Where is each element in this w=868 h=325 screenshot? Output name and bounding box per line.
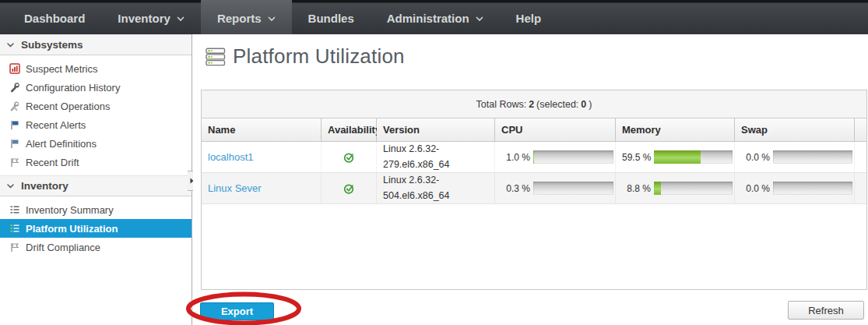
memory-value: 59.5 % (622, 152, 651, 163)
drift-flag-icon (9, 242, 20, 253)
server-stack-icon (206, 48, 226, 66)
nav-item-reports[interactable]: Reports (201, 0, 292, 34)
export-button[interactable]: Export (200, 302, 274, 320)
table-summary: Total Rows: 2 (selected: 0 ) (202, 90, 866, 118)
drift-flag-icon (9, 157, 20, 168)
platform-utilization-table: Total Rows: 2 (selected: 0 ) Name Availa… (201, 90, 867, 290)
chevron-down-icon (177, 16, 184, 22)
nav-item-label: Reports (217, 12, 262, 25)
flag-icon (9, 119, 20, 130)
sidebar-item-inventory-summary[interactable]: Inventory Summary (0, 200, 192, 219)
cpu-cell: 0.3 % (495, 173, 616, 203)
column-header-swap[interactable]: Swap (735, 118, 855, 142)
page-title: Platform Utilization (233, 44, 405, 69)
cpu-meter (533, 150, 613, 164)
table-row[interactable]: localhost1 Linux 2.6.32-279.el6.x86_64 1… (202, 142, 866, 173)
swap-cell: 0.0 % (735, 142, 855, 172)
column-header-cpu[interactable]: CPU (495, 118, 616, 142)
chevron-down-icon (268, 16, 276, 22)
cpu-meter (533, 182, 613, 195)
nav-item-bundles[interactable]: Bundles (292, 0, 371, 34)
nav-item-label: Help (516, 12, 542, 25)
table-header-row: Name Availability Version CPU Memory Swa… (202, 118, 866, 142)
sidebar-item-recent-operations[interactable]: Recent Operations (0, 97, 192, 115)
memory-meter-fill (654, 182, 661, 195)
nav-item-label: Bundles (308, 12, 354, 25)
chevron-down-icon (7, 43, 14, 48)
sidebar-item-label: Drift Compliance (26, 242, 100, 253)
nav-item-inventory[interactable]: Inventory (101, 0, 201, 34)
swap-value: 0.0 % (741, 152, 770, 163)
sidebar-item-label: Platform Utilization (26, 223, 118, 235)
cpu-value: 1.0 % (501, 152, 530, 163)
sidebar-item-label: Inventory Summary (26, 204, 114, 216)
column-header-version[interactable]: Version (377, 118, 495, 142)
section-title: Inventory (21, 180, 69, 192)
sidebar-item-configuration-history[interactable]: Configuration History (0, 78, 192, 97)
swap-meter (773, 182, 852, 195)
cpu-value: 0.3 % (501, 183, 530, 194)
sidebar-item-label: Configuration History (26, 82, 120, 94)
resource-link[interactable]: Linux Sever (208, 182, 262, 194)
flag-icon (9, 138, 20, 149)
summary-mid: (selected: (536, 99, 578, 110)
sidebar-item-alert-definitions[interactable]: Alert Definitions (0, 134, 192, 153)
list-icon (9, 223, 20, 234)
version-cell: Linux 2.6.32-279.el6.x86_64 (377, 142, 495, 172)
chevron-down-icon (476, 16, 483, 22)
table-row[interactable]: Linux Sever Linux 2.6.32-504.el6.x86_64 … (202, 173, 866, 204)
sidebar-item-label: Alert Definitions (26, 138, 97, 150)
availability-cell (322, 173, 377, 203)
nav-item-label: Inventory (118, 12, 170, 25)
section-title: Subsystems (21, 39, 83, 51)
column-header-name[interactable]: Name (202, 118, 322, 142)
memory-meter (654, 150, 733, 164)
list-icon (9, 204, 20, 215)
app-window: Dashboard Inventory Reports Bundles Admi… (0, 0, 868, 325)
sidebar-item-recent-drift[interactable]: Recent Drift (0, 153, 192, 171)
name-cell: Linux Sever (202, 173, 322, 203)
operations-icon (9, 101, 20, 111)
sidebar-item-label: Suspect Metrics (26, 63, 97, 75)
sidebar-item-label: Recent Drift (26, 157, 79, 168)
column-header-filler (855, 118, 866, 142)
sidebar-item-label: Recent Alerts (26, 119, 86, 131)
page-title-row: Platform Utilization (206, 44, 405, 69)
sidebar-section-inventory[interactable]: Inventory (0, 175, 192, 196)
sidebar-item-platform-utilization[interactable]: Platform Utilization (0, 219, 192, 238)
sidebar-item-label: Recent Operations (26, 101, 110, 112)
summary-suffix: ) (589, 99, 592, 110)
summary-prefix: Total Rows: (476, 99, 527, 110)
sidebar: Subsystems Suspect Metrics Configuration… (0, 34, 192, 325)
nav-item-label: Administration (387, 12, 469, 25)
memory-cell: 59.5 % (616, 142, 735, 172)
memory-meter (654, 182, 733, 195)
name-cell: localhost1 (202, 142, 322, 172)
nav-item-help[interactable]: Help (500, 0, 558, 34)
sidebar-section-subsystems[interactable]: Subsystems (0, 34, 192, 55)
metrics-icon (9, 63, 20, 74)
total-rows-count: 2 (529, 99, 534, 110)
memory-meter-fill (654, 150, 701, 164)
nav-item-administration[interactable]: Administration (371, 0, 500, 34)
availability-up-icon (343, 182, 355, 195)
selected-count: 0 (581, 99, 586, 110)
cpu-cell: 1.0 % (495, 142, 616, 172)
resource-link[interactable]: localhost1 (208, 151, 254, 163)
sidebar-item-recent-alerts[interactable]: Recent Alerts (0, 115, 192, 134)
swap-value: 0.0 % (741, 183, 770, 194)
sidebar-item-suspect-metrics[interactable]: Suspect Metrics (0, 59, 192, 78)
main-content: Platform Utilization Total Rows: 2 (sele… (193, 34, 868, 325)
column-header-memory[interactable]: Memory (616, 118, 735, 142)
sidebar-item-drift-compliance[interactable]: Drift Compliance (0, 238, 192, 256)
availability-up-icon (343, 151, 355, 164)
nav-item-dashboard[interactable]: Dashboard (8, 0, 101, 34)
version-cell: Linux 2.6.32-504.el6.x86_64 (377, 173, 495, 203)
refresh-button[interactable]: Refresh (788, 301, 864, 320)
nav-item-label: Dashboard (24, 12, 85, 25)
column-header-availability[interactable]: Availability (322, 118, 377, 142)
availability-cell (322, 142, 377, 172)
chevron-down-icon (7, 184, 14, 189)
memory-cell: 8.8 % (616, 173, 735, 203)
cpu-meter-fill (533, 150, 534, 164)
